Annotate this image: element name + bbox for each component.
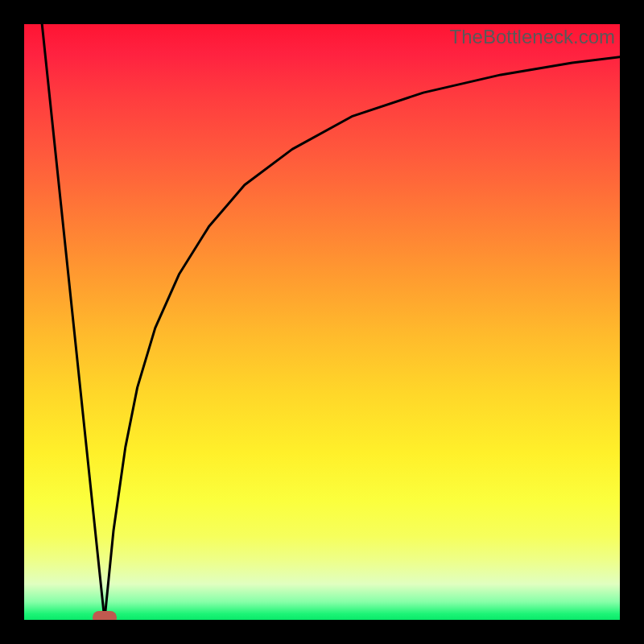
bottleneck-curve: [24, 24, 620, 620]
chart-frame: TheBottleneck.com: [0, 0, 644, 644]
plot-area: TheBottleneck.com: [24, 24, 620, 620]
series-left-line: [42, 24, 105, 620]
series-right-curve: [105, 57, 620, 620]
minimum-marker: [93, 611, 117, 620]
